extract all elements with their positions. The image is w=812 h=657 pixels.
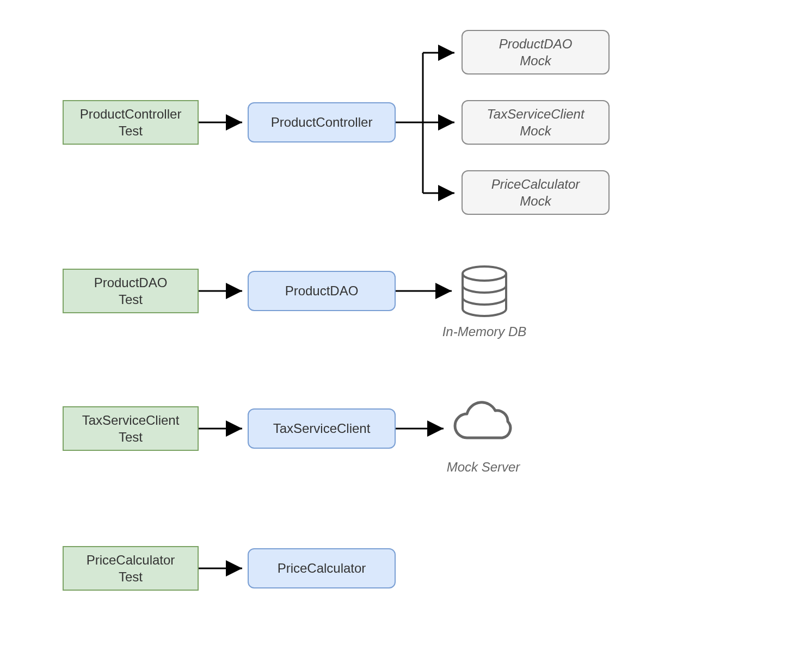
arrow-icon (396, 429, 450, 430)
test-label: ProductDAOTest (94, 274, 168, 308)
price-calculator-test-box: PriceCalculatorTest (63, 546, 199, 591)
subject-label: ProductDAO (285, 282, 359, 299)
arrow-icon (199, 291, 248, 292)
arrow-icon (199, 568, 248, 569)
price-calculator-box: PriceCalculator (248, 548, 396, 588)
arrow-icon (199, 122, 248, 123)
mock-server-caption: Mock Server (440, 460, 527, 475)
in-memory-db-caption: In-Memory DB (435, 324, 533, 339)
subject-label: TaxServiceClient (273, 420, 371, 437)
subject-label: ProductController (271, 114, 373, 131)
unit-test-diagram: ProductControllerTest ProductController … (0, 0, 812, 657)
product-controller-test-box: ProductControllerTest (63, 100, 199, 145)
product-controller-box: ProductController (248, 102, 396, 142)
arrow-icon (199, 429, 248, 430)
product-dao-test-box: ProductDAOTest (63, 269, 199, 313)
arrow-icon (396, 291, 458, 292)
test-label: ProductControllerTest (80, 106, 182, 139)
branch-arrow-icon (396, 33, 461, 218)
tax-service-client-box: TaxServiceClient (248, 408, 396, 449)
subject-label: PriceCalculator (278, 560, 366, 577)
mock-label: TaxServiceClientMock (487, 106, 584, 139)
database-icon (460, 265, 509, 319)
mock-label: ProductDAOMock (499, 35, 573, 69)
tax-service-client-mock-box: TaxServiceClientMock (462, 100, 610, 145)
svg-point-8 (463, 266, 506, 281)
test-label: PriceCalculatorTest (87, 551, 175, 585)
cloud-icon (451, 400, 516, 451)
mock-label: PriceCalculatorMock (491, 176, 580, 209)
product-dao-box: ProductDAO (248, 271, 396, 311)
test-label: TaxServiceClientTest (82, 412, 180, 445)
price-calculator-mock-box: PriceCalculatorMock (462, 170, 610, 215)
product-dao-mock-box: ProductDAOMock (462, 30, 610, 75)
tax-service-client-test-box: TaxServiceClientTest (63, 406, 199, 451)
